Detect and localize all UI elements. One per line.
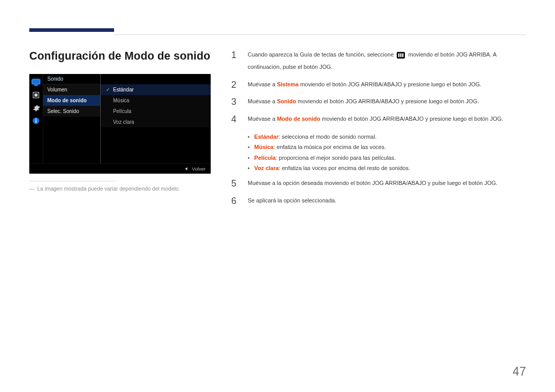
step-number: 4 [231,114,238,124]
osd-option-item[interactable]: ✓Voz clara [101,117,211,127]
monitor-icon [32,78,40,86]
osd-option-label: Estándar [113,87,134,92]
svg-rect-0 [32,79,40,84]
gear-icon [32,104,40,112]
menu-icon [397,52,405,62]
step-text: Muévase a la opción deseada moviendo el … [248,178,497,189]
info-icon [32,117,40,125]
step-text: Muévase a Sistema moviendo el botón JOG … [248,80,482,90]
frame-icon [32,91,40,99]
steps-list: 1 Cuando aparezca la Guía de teclas de f… [231,50,526,124]
step-number: 5 [231,178,238,188]
steps-list-cont: 5 Muévase a la opción deseada moviendo e… [231,178,526,206]
osd-option-item[interactable]: ✓Música [101,95,211,106]
osd-option-label: Voz clara [113,119,134,125]
bullet-item: Película: proporciona el mejor sonido pa… [248,153,526,163]
step-item: 3 Muévase a Sonido moviendo el botón JOG… [231,97,526,107]
svg-rect-5 [35,120,36,123]
step-text: Cuando aparezca la Guía de teclas de fun… [248,50,526,72]
step-number: 1 [231,50,238,60]
osd-option-label: Música [113,98,130,103]
step-item: 1 Cuando aparezca la Guía de teclas de f… [231,50,526,72]
mode-descriptions: Estándar: selecciona el modo de sonido n… [248,132,526,173]
bullet-item: Estándar: selecciona el modo de sonido n… [248,132,526,142]
top-accent-bar [29,28,114,32]
step-number: 3 [231,97,238,106]
svg-rect-9 [400,53,401,57]
osd-option-item[interactable]: ✓Película [101,106,211,117]
osd-menu-item[interactable]: Volumen [43,84,100,95]
step-text: Muévase a Modo de sonido moviendo el bot… [248,114,503,124]
osd-pane-options: ✓Estándar ✓Música ✓Película ✓Voz clara [101,74,211,163]
osd-icon-rail [29,74,43,163]
bullet-item: Voz clara: enfatiza las voces por encima… [248,163,526,173]
step-item: 5 Muévase a la opción deseada moviendo e… [231,178,526,189]
osd-menu-item[interactable]: Modo de sonido [43,95,100,106]
triangle-left-icon [184,167,188,171]
caption-rule [29,181,117,181]
osd-menu-item[interactable]: Selec. Sonido [43,106,100,117]
image-disclaimer: ―La imagen mostrada puede variar dependi… [29,184,211,193]
step-text: Muévase a Sonido moviendo el botón JOG A… [248,97,479,107]
top-rule [114,34,526,35]
svg-rect-6 [35,119,36,120]
step-number: 2 [231,80,238,89]
osd-pane-menu: Sonido Volumen Modo de sonido Selec. Son… [43,74,101,163]
step-item: 6 Se aplicará la opción seleccionada. [231,196,526,206]
step-item: 2 Muévase a Sistema moviendo el botón JO… [231,80,526,90]
osd-section-header: Sonido [43,74,100,84]
page-number: 47 [512,365,526,379]
bullet-item: Música: enfatiza la música por encima de… [248,142,526,152]
step-item: 4 Muévase a Modo de sonido moviendo el b… [231,114,526,124]
svg-rect-1 [34,85,38,86]
step-number: 6 [231,196,238,206]
osd-preview: Sonido Volumen Modo de sonido Selec. Son… [29,74,211,174]
page-title: Configuración de Modo de sonido [29,50,211,63]
step-text: Se aplicará la opción seleccionada. [248,196,336,206]
osd-option-item[interactable]: ✓Estándar [101,84,211,95]
osd-back-label[interactable]: Volver [192,166,206,172]
svg-rect-8 [398,53,399,57]
svg-rect-3 [34,94,38,97]
svg-rect-10 [402,53,403,57]
osd-option-label: Película [113,108,132,114]
